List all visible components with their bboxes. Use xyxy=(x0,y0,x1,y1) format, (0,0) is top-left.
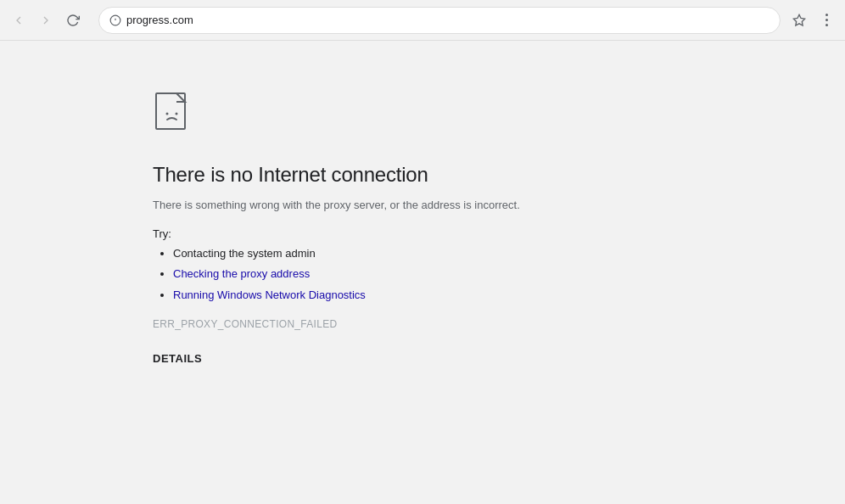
url-input[interactable] xyxy=(126,14,769,26)
run-diagnostics-link[interactable]: Running Windows Network Diagnostics xyxy=(173,288,366,301)
try-label: Try: xyxy=(153,227,520,240)
svg-point-5 xyxy=(166,113,169,115)
check-proxy-link[interactable]: Checking the proxy address xyxy=(173,267,310,280)
error-icon xyxy=(153,92,520,143)
list-item: Running Windows Network Diagnostics xyxy=(173,287,520,305)
error-code: ERR_PROXY_CONNECTION_FAILED xyxy=(153,318,520,330)
try-list: Contacting the system admin Checking the… xyxy=(153,245,520,305)
bookmark-button[interactable] xyxy=(787,8,811,32)
dots-menu-icon xyxy=(825,14,828,26)
error-container: There is no Internet connection There is… xyxy=(153,92,520,366)
address-bar xyxy=(98,7,781,34)
main-content: There is no Internet connection There is… xyxy=(0,41,845,504)
list-item: Checking the proxy address xyxy=(173,266,520,283)
svg-marker-3 xyxy=(793,14,804,25)
svg-point-6 xyxy=(176,113,178,115)
chrome-menu-button[interactable] xyxy=(814,8,838,32)
back-button[interactable] xyxy=(7,8,31,32)
list-item: Contacting the system admin xyxy=(173,245,520,263)
details-button[interactable]: DETAILS xyxy=(153,352,202,365)
browser-toolbar xyxy=(0,0,845,41)
error-description: There is something wrong with the proxy … xyxy=(153,197,520,214)
info-icon xyxy=(109,14,121,26)
error-title: There is no Internet connection xyxy=(153,163,520,187)
nav-buttons xyxy=(7,8,85,32)
reload-button[interactable] xyxy=(61,8,85,32)
forward-button[interactable] xyxy=(34,8,58,32)
